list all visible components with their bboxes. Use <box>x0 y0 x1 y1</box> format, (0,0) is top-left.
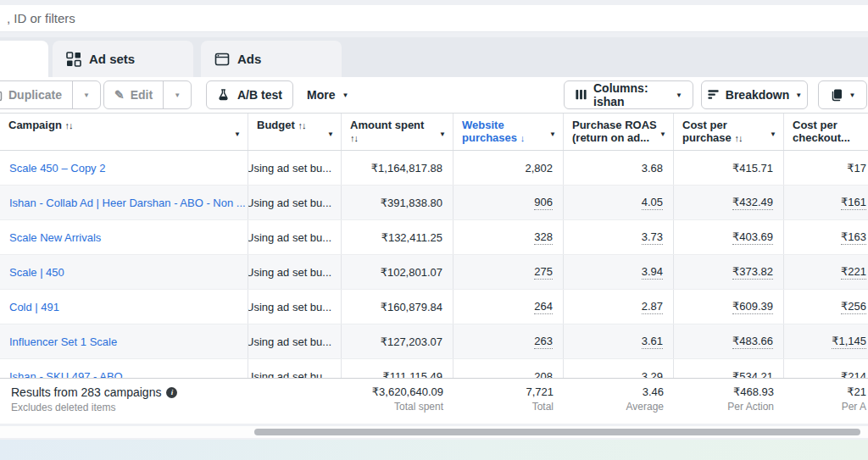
cost-per-checkout-cell: ₹17 <box>784 151 868 185</box>
tab-ad-sets[interactable]: Ad sets <box>53 41 193 77</box>
summary-budget-cell <box>248 379 342 424</box>
chevron-down-icon: ▼ <box>795 91 802 99</box>
cost-per-checkout-cell: ₹214 <box>784 359 868 379</box>
search-input[interactable]: , ID or filters <box>7 11 75 25</box>
ads-manager-window: , ID or filters Ad sets Ads 1-200 of 283… <box>0 0 868 460</box>
chevron-down-icon[interactable]: ▼ <box>659 128 666 141</box>
chevron-down-icon[interactable]: ▼ <box>327 128 334 141</box>
pencil-icon: ✎ <box>114 88 125 102</box>
summary-cost-per-checkout: ₹21 Per A <box>784 379 868 424</box>
campaign-link[interactable]: Scale | 450 <box>9 266 64 279</box>
columns-icon <box>575 88 587 102</box>
amount-spent-cell: ₹160,879.84 <box>342 290 453 324</box>
tab-strip: Ad sets Ads 1-200 of 283 ◀ ▶ Nov 1, 2024 <box>0 37 868 77</box>
column-header-campaign[interactable]: Campaign ↑↓ ▼ <box>0 114 248 150</box>
cost-per-checkout-cell: ₹256 <box>784 290 868 324</box>
search-bar: , ID or filters <box>0 5 868 32</box>
purchase-roas-cell: 3.94 <box>564 255 674 289</box>
column-header-website-purchases[interactable]: Website purchases ↓ ▼ <box>453 114 564 150</box>
campaign-link[interactable]: Influencer Set 1 Scale <box>9 335 117 348</box>
more-label: More <box>307 88 335 102</box>
tab-ads[interactable]: Ads <box>201 41 342 77</box>
summary-row: Results from 283 campaigns i Excludes de… <box>0 378 868 424</box>
chevron-down-icon: ▼ <box>849 91 856 99</box>
cost-per-checkout-cell: ₹221 <box>784 255 868 289</box>
amount-spent-cell: ₹127,203.07 <box>342 324 453 358</box>
flask-icon <box>217 88 231 102</box>
breakdown-button[interactable]: Breakdown ▼ <box>701 80 808 109</box>
cost-per-checkout-cell: ₹163 <box>784 220 868 254</box>
duplicate-dropdown[interactable]: ▼ <box>73 81 100 108</box>
action-toolbar: Duplicate ▼ ✎ Edit ▼ A/B test More ▼ <box>0 77 868 113</box>
reports-button[interactable]: ▼ <box>818 80 867 109</box>
budget-cell: Using ad set bu... <box>248 220 342 254</box>
column-header-budget[interactable]: Budget ↑↓ ▼ <box>248 114 342 150</box>
purchase-roas-cell: 2.87 <box>564 290 674 324</box>
more-button[interactable]: More ▼ <box>298 80 357 109</box>
table-row: Ishan - SKU 497 - ABO Using ad set bu...… <box>0 359 868 379</box>
duplicate-button[interactable]: Duplicate ▼ <box>0 80 101 109</box>
summary-amount-spent: ₹3,620,640.09 Total spent <box>342 379 453 424</box>
purchase-roas-cell: 3.73 <box>564 220 674 254</box>
table-row: Ishan - Collab Ad | Heer Darshan - ABO -… <box>0 186 868 220</box>
chevron-down-icon[interactable]: ▼ <box>770 128 776 141</box>
chevron-down-icon[interactable]: ▼ <box>549 128 556 141</box>
chevron-down-icon[interactable]: ▼ <box>234 128 241 141</box>
tab-ads-label: Ads <box>237 52 261 66</box>
chevron-down-icon: ▼ <box>83 91 90 99</box>
chevron-down-icon[interactable]: ▼ <box>439 128 446 141</box>
horizontal-scrollbar-thumb[interactable] <box>254 429 860 435</box>
results-summary: Results from 283 campaigns <box>11 385 161 399</box>
cost-per-checkout-cell: ₹1,145 <box>784 324 868 358</box>
tab-ad-sets-label: Ad sets <box>89 52 135 66</box>
summary-roas: 3.46 Average <box>564 379 674 424</box>
summary-purchases: 7,721 Total <box>453 379 564 424</box>
duplicate-icon <box>0 88 3 102</box>
website-purchases-cell: 275 <box>453 255 564 289</box>
table-row: Influencer Set 1 Scale Using ad set bu..… <box>0 324 868 359</box>
amount-spent-cell: ₹111,115.49 <box>342 359 453 379</box>
ads-frame-icon <box>214 52 230 67</box>
cost-per-purchase-cell: ₹373.82 <box>674 255 784 289</box>
amount-spent-cell: ₹102,801.07 <box>342 255 453 289</box>
edit-dropdown[interactable]: ▼ <box>164 81 191 108</box>
campaign-link[interactable]: Scale 450 – Copy 2 <box>9 162 105 175</box>
columns-label: Columns: ishan <box>593 81 670 108</box>
ab-test-label: A/B test <box>237 88 282 102</box>
columns-button[interactable]: Columns: ishan ▼ <box>564 80 693 109</box>
campaign-link[interactable]: Ishan - Collab Ad | Heer Darshan - ABO -… <box>9 197 246 209</box>
campaign-link[interactable]: Scale New Arrivals <box>9 231 101 244</box>
column-header-cost-per-purchase[interactable]: Cost per purchase ↑↓ ▼ <box>674 114 784 150</box>
budget-cell: Using ad set bu... <box>248 324 342 358</box>
column-header-purchase-roas[interactable]: Purchase ROAS (return on ad... ▼ <box>564 114 674 150</box>
amount-spent-cell: ₹1,164,817.88 <box>342 151 453 185</box>
cost-per-purchase-cell: ₹432.49 <box>674 186 784 219</box>
column-header-cost-per-checkout[interactable]: Cost per checkout... <box>784 114 868 150</box>
tab-campaigns[interactable] <box>0 41 48 77</box>
purchase-roas-cell: 3.29 <box>564 359 674 379</box>
table-body: Scale 450 – Copy 2 Using ad set bu... ₹1… <box>0 151 868 379</box>
ab-test-button[interactable]: A/B test <box>206 80 293 109</box>
breakdown-label: Breakdown <box>726 88 789 102</box>
budget-cell: Using ad set bu... <box>248 151 342 185</box>
table-header-row: Campaign ↑↓ ▼ Budget ↑↓ ▼ Amount spent ↑… <box>0 114 868 151</box>
purchase-roas-cell: 3.68 <box>564 151 674 185</box>
table-row: Scale | 450 Using ad set bu... ₹102,801.… <box>0 255 868 290</box>
cost-per-purchase-cell: ₹609.39 <box>674 290 784 324</box>
column-header-amount-spent[interactable]: Amount spent ↑↓ ▼ <box>342 114 453 150</box>
info-icon[interactable]: i <box>166 387 177 398</box>
chevron-down-icon: ▼ <box>676 91 682 99</box>
budget-cell: Using ad set bu... <box>248 255 342 289</box>
cost-per-purchase-cell: ₹403.69 <box>674 220 784 254</box>
table-row: Scale 450 – Copy 2 Using ad set bu... ₹1… <box>0 151 868 186</box>
summary-cost-per-purchase: ₹468.93 Per Action <box>674 379 784 424</box>
budget-cell: Using ad set bu... <box>248 290 342 324</box>
campaigns-table: Campaign ↑↓ ▼ Budget ↑↓ ▼ Amount spent ↑… <box>0 113 868 424</box>
budget-cell: Using ad set bu... <box>248 359 342 379</box>
edit-button[interactable]: ✎ Edit ▼ <box>103 80 192 109</box>
bottom-bar <box>0 440 868 460</box>
website-purchases-cell: 328 <box>453 220 564 254</box>
chevron-down-icon: ▼ <box>342 91 348 99</box>
campaign-link[interactable]: Cold | 491 <box>9 301 59 313</box>
chevron-down-icon: ▼ <box>174 91 181 99</box>
